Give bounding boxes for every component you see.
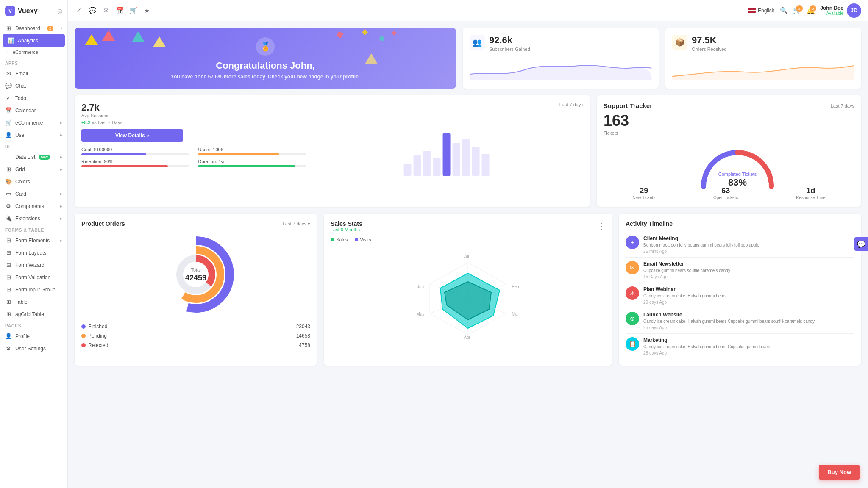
sessions-body: View Details » Goal: $100000 Users: 100K [81, 125, 583, 177]
sidebar-item-ecommerce[interactable]: eCommerce [0, 47, 67, 58]
sidebar-item-profile[interactable]: 👤 Profile [0, 330, 67, 342]
sidebar-item-ecommerce2[interactable]: 🛒 eCommerce ▸ [0, 116, 67, 129]
topbar-calendar-icon[interactable]: 📅 [115, 6, 124, 15]
sidebar-item-extensions[interactable]: 🔌 Extensions ▸ [0, 212, 67, 225]
dashboard-icon: ⊞ [5, 25, 12, 31]
sidebar-item-calendar[interactable]: 📅 Calendar [0, 104, 67, 116]
buy-now-button[interactable]: Buy Now [819, 465, 860, 480]
rejected-value: 4758 [299, 342, 310, 348]
row-3: Product Orders Last 7 days ▾ [75, 214, 861, 366]
progress-goal-bar-wrap [81, 153, 189, 155]
topbar-star-icon[interactable]: ★ [142, 6, 151, 15]
sidebar-item-form-wizard[interactable]: ⊟ Form Wizard [0, 259, 67, 271]
sales-dot [331, 238, 334, 241]
topbar-cart-icon[interactable]: 🛒 [129, 6, 137, 15]
sidebar-item-form-input-group[interactable]: ⊟ Form Input Group [0, 283, 67, 296]
sales-stats-menu[interactable]: ⋮ [598, 222, 605, 231]
sidebar-item-colors[interactable]: 🎨 Colors [0, 175, 67, 188]
components-label: Components [15, 203, 44, 209]
profile-icon: 👤 [5, 333, 12, 339]
todo-label: Todo [15, 95, 26, 101]
view-details-button[interactable]: View Details » [81, 129, 183, 142]
sidebar-item-user-settings[interactable]: ⚙ User Settings [0, 342, 67, 355]
sidebar-pin-icon[interactable]: ◎ [57, 8, 62, 14]
new-badge: new [39, 155, 50, 160]
sidebar-logo: V Vuexy ◎ [0, 0, 67, 22]
activity-title: Activity Timeline [626, 220, 673, 227]
sidebar-item-table[interactable]: ⊞ Table [0, 296, 67, 308]
profile-label: Profile [15, 333, 30, 339]
sidebar-item-datalist[interactable]: ≡ Data List new ▸ [0, 151, 67, 163]
sidebar-item-grid[interactable]: ⊞ Grid ▸ [0, 163, 67, 175]
svg-marker-2 [132, 31, 145, 42]
aggrid-label: agGrid Table [15, 311, 44, 317]
radar-svg: Jan Apr Feb Mar Jun May [404, 250, 531, 343]
support-time[interactable]: Last 7 days [831, 103, 854, 108]
flag-icon [748, 8, 756, 13]
cart-icon[interactable]: 🛒 2 [793, 6, 801, 14]
svg-marker-1 [102, 30, 115, 41]
sidebar-item-chat[interactable]: 💬 Chat [0, 80, 67, 92]
language-selector[interactable]: English [748, 8, 774, 14]
calendar-label: Calendar [15, 108, 36, 114]
gauge-wrap: Completed Tickets 83% [695, 140, 763, 182]
sidebar-item-components[interactable]: ⚙ Components ▸ [0, 200, 67, 212]
sidebar-item-form-layouts[interactable]: ⊟ Form Layouts [0, 247, 67, 259]
svg-marker-3 [153, 36, 166, 47]
timeline-item-3: ⊕ Launch Website Candy ice cream cake. H… [626, 308, 854, 334]
sidebar-item-aggrid[interactable]: ⊞ agGrid Table [0, 308, 67, 320]
forms-section-label: FORMS & TABLE [0, 225, 67, 234]
timeline-item-0: + Client Meeting Bonbon macaroon jelly b… [626, 232, 854, 258]
rejected-label: Rejected [88, 342, 108, 348]
gauge-svg: Completed Tickets 83% [695, 140, 780, 191]
product-orders-time[interactable]: Last 7 days ▾ [283, 221, 310, 227]
grid-chevron: ▸ [60, 167, 62, 172]
svg-text:Feb: Feb [512, 284, 519, 289]
form-input-group-label: Form Input Group [15, 287, 56, 293]
product-orders-header: Product Orders Last 7 days ▾ [81, 220, 310, 227]
sales-legend-visits: Visits [355, 237, 371, 242]
sidebar-item-form-elements[interactable]: ⊟ Form Elements ▸ [0, 234, 67, 247]
subscribers-chart [470, 55, 652, 82]
sidebar-item-todo[interactable]: ✓ Todo [0, 92, 67, 104]
card-chevron: ▸ [60, 191, 62, 196]
topbar-check-icon[interactable]: ✓ [75, 6, 83, 15]
sessions-time[interactable]: Last 7 days [559, 102, 583, 107]
sales-stats-header-left: Sales Stats Last 6 Months [331, 220, 362, 232]
visits-label: Visits [360, 237, 371, 242]
sessions-change-label: vs Last 7 Days [92, 120, 122, 125]
timeline-time-2: 20 days Ago [643, 300, 854, 305]
sessions-label: Avg Sessions [81, 113, 122, 118]
bar-chart-svg [313, 125, 583, 176]
progress-duration-label: Duration: 1yr [198, 159, 306, 164]
legend-pending: Pending 14658 [81, 331, 310, 341]
search-icon[interactable]: 🔍 [779, 6, 788, 15]
sessions-header: 2.7k Avg Sessions +5.2 vs Last 7 Days La… [81, 102, 583, 125]
congrats-badge-icon: 🏅 [256, 37, 275, 56]
table-icon: ⊞ [5, 299, 12, 305]
user-text: John Doe Available [820, 5, 843, 16]
topbar-mail-icon[interactable]: ✉ [102, 6, 110, 15]
svg-text:Total: Total [191, 267, 200, 272]
sidebar-item-form-validation[interactable]: ⊟ Form Validation [0, 271, 67, 283]
row-1: 🏅 Congratulations John, You have done 57… [75, 28, 861, 89]
subscribers-card: 👥 92.6k Subscribers Gained [463, 28, 659, 89]
legend-rejected-left: Rejected [81, 342, 108, 348]
sidebar-item-analytics[interactable]: 📊 Analytics [3, 34, 65, 47]
notification-icon[interactable]: 🔔 5 [807, 6, 815, 14]
timeline-content-4: Marketing Candy ice cream cake. Halvah g… [643, 337, 854, 355]
sidebar-item-email[interactable]: ✉ Email [0, 67, 67, 80]
sidebar-item-user[interactable]: 👤 User ▸ [0, 129, 67, 141]
notif-badge: 5 [810, 5, 816, 12]
row-2: 2.7k Avg Sessions +5.2 vs Last 7 Days La… [75, 95, 861, 207]
ecommerce2-chevron: ▸ [60, 120, 62, 125]
chat-widget[interactable]: 💬 [854, 237, 868, 251]
sidebar-item-dashboard[interactable]: ⊞ Dashboard 2 ▾ [0, 22, 67, 34]
subscribers-info: 92.6k Subscribers Gained [489, 35, 530, 52]
timeline-title-4: Marketing [643, 337, 854, 343]
topbar-chat-icon[interactable]: 💬 [88, 6, 97, 15]
extensions-icon: 🔌 [5, 215, 12, 222]
pending-label: Pending [88, 333, 107, 339]
user-menu[interactable]: John Doe Available JD [820, 3, 861, 18]
sidebar-item-card[interactable]: ▭ Card ▸ [0, 188, 67, 200]
